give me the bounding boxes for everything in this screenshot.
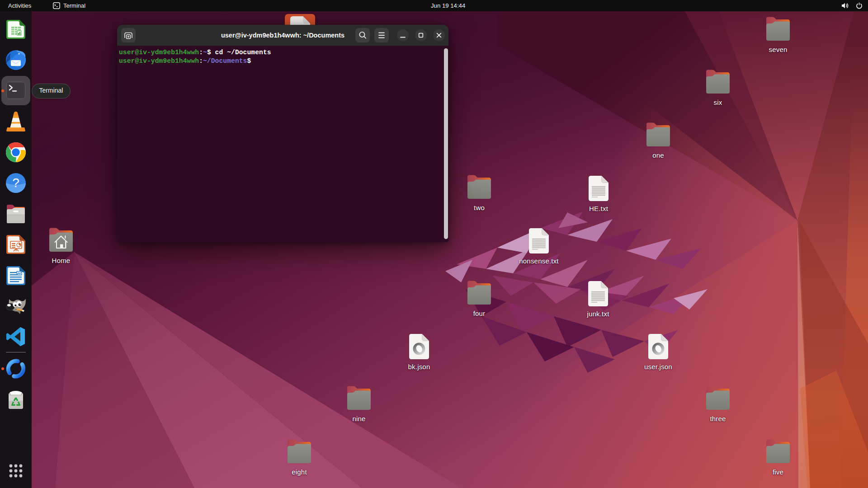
svg-text:?: ? xyxy=(12,176,19,190)
